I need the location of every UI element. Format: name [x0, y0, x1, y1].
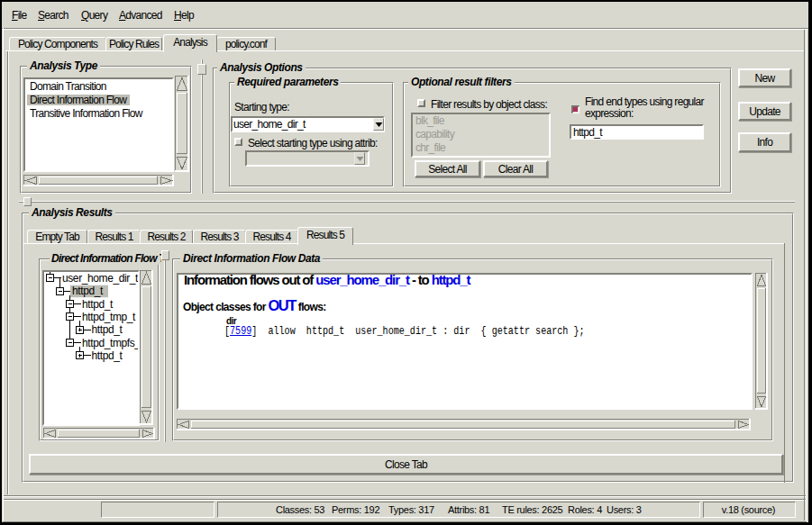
svg-text:httpd_tmp_t: httpd_tmp_t: [82, 311, 136, 323]
svg-text:httpd_t: httpd_t: [72, 285, 104, 297]
svg-text:httpd_t: httpd_t: [82, 298, 114, 311]
svg-text:httpd_t: httpd_t: [92, 349, 123, 362]
svg-text:httpd_t: httpd_t: [92, 323, 123, 336]
svg-text:httpd_tmpfs_t: httpd_tmpfs_t: [82, 337, 138, 349]
svg-text:user_home_dir_t: user_home_dir_t: [62, 272, 138, 285]
